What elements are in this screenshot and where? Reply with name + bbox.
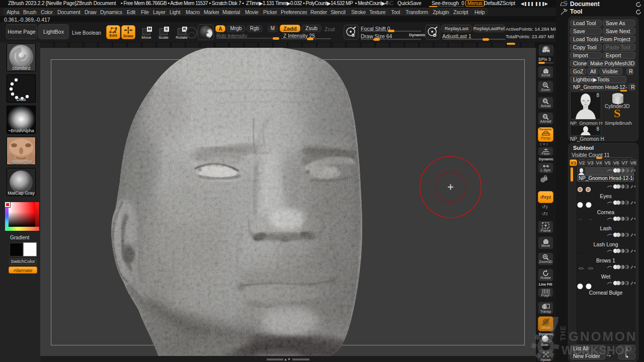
svg-text:S: S: [614, 108, 620, 120]
svg-text:D: D: [433, 33, 437, 38]
svg-text:S: S: [352, 33, 355, 38]
